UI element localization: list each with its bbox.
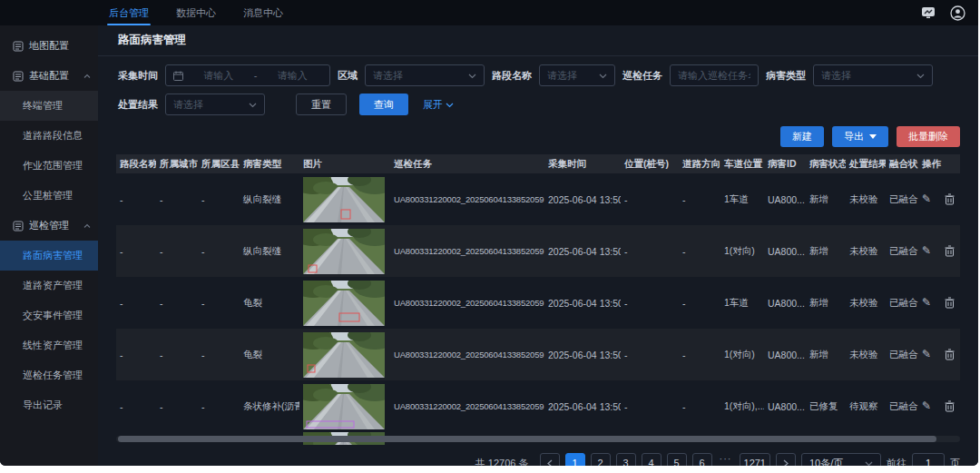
delete-icon[interactable]	[945, 400, 956, 412]
sidebar: 地图配置基础配置终端管理道路路段信息作业范围管理公里桩管理巡检管理路面病害管理道…	[0, 25, 98, 466]
next-page-button[interactable]	[776, 453, 796, 466]
cell-task: UA800331220002_20250604133852059	[390, 246, 544, 256]
cell-task: UA800331220002_20250604133852059	[390, 350, 544, 360]
cell-lane: 1(对向)	[720, 349, 764, 361]
cell-direction: -	[679, 350, 720, 360]
edit-icon[interactable]: ✎	[922, 400, 934, 412]
sidebar-item-巡检任务管理[interactable]: 巡检任务管理	[0, 360, 98, 390]
photo-cell	[299, 281, 390, 326]
delete-icon[interactable]	[945, 297, 956, 309]
edit-icon[interactable]: ✎	[922, 297, 934, 309]
sidebar-menu: 地图配置基础配置终端管理道路路段信息作业范围管理公里桩管理巡检管理路面病害管理道…	[0, 31, 98, 420]
road-name-select[interactable]: 请选择	[539, 64, 615, 86]
damage-photo[interactable]	[303, 384, 387, 429]
cell-city: -	[156, 401, 198, 412]
sidebar-item-道路资产管理[interactable]: 道路资产管理	[0, 271, 98, 301]
result-select[interactable]: 请选择	[165, 94, 265, 115]
cell-time: 2025-06-04 13:50	[544, 194, 621, 205]
cell-task: UA800331220002_20250604133852059	[390, 401, 544, 411]
cell-direction: -	[679, 194, 720, 205]
create-button[interactable]: 新建	[780, 126, 824, 147]
column-header-车道位置: 车道位置	[720, 158, 764, 171]
column-header-操作: 操作	[918, 158, 962, 171]
chevron-down-icon	[446, 101, 454, 109]
task-input[interactable]: 请输入巡检任务名称	[670, 64, 759, 86]
sidebar-item-公里桩管理[interactable]: 公里桩管理	[0, 181, 98, 211]
page-button-6[interactable]: 6	[692, 453, 712, 466]
reset-button[interactable]: 重置	[296, 94, 347, 115]
cell-fusion: 已融合	[886, 349, 918, 361]
cell-type: 龟裂	[240, 297, 299, 310]
batch-delete-button[interactable]: 批量删除	[897, 126, 960, 147]
monitor-screen-icon[interactable]	[920, 5, 936, 21]
edit-icon[interactable]: ✎	[922, 193, 934, 205]
photo-cell	[299, 177, 390, 222]
prev-page-button[interactable]	[540, 453, 560, 466]
sidebar-item-终端管理[interactable]: 终端管理	[0, 91, 98, 121]
sidebar-item-线性资产管理[interactable]: 线性资产管理	[0, 330, 98, 360]
column-header-处置结果: 处置结果	[846, 158, 886, 171]
page-ellipsis[interactable]: ···	[718, 453, 734, 466]
chevron-down-icon	[249, 101, 257, 109]
delete-icon[interactable]	[945, 349, 956, 360]
damage-photo[interactable]	[303, 177, 387, 222]
sidebar-item-label: 线性资产管理	[23, 339, 83, 352]
expand-link[interactable]: 展开	[423, 98, 454, 112]
row-actions: ✎	[918, 349, 962, 360]
sidebar-item-作业范围管理[interactable]: 作业范围管理	[0, 151, 98, 181]
page-button-3[interactable]: 3	[616, 453, 636, 466]
damage-photo[interactable]	[303, 229, 387, 274]
cell-disease_id: UA800...	[764, 298, 806, 309]
delete-icon[interactable]	[945, 245, 956, 257]
top-tab-消息中心[interactable]: 消息中心	[241, 0, 285, 25]
export-button[interactable]: 导出	[832, 126, 888, 147]
task-placeholder: 请输入巡检任务名称	[678, 69, 750, 83]
total-count: 共 12706 条	[475, 457, 529, 467]
cell-lane: 1(对向),...	[720, 400, 764, 413]
cell-county: -	[198, 401, 240, 412]
sidebar-item-基础配置[interactable]: 基础配置	[0, 61, 98, 91]
goto-page-input[interactable]	[912, 453, 945, 466]
damage-photo[interactable]	[303, 332, 387, 378]
disease-type-placeholder: 请选择	[821, 69, 851, 83]
cell-type: 龟裂	[240, 349, 299, 361]
disease-type-select[interactable]: 请选择	[813, 64, 933, 86]
cell-disease_id: UA800...	[764, 246, 806, 257]
top-tab-数据中心[interactable]: 数据中心	[174, 0, 218, 25]
page-button-4[interactable]: 4	[642, 453, 662, 466]
region-select[interactable]: 请选择	[365, 64, 485, 86]
edit-icon[interactable]: ✎	[922, 245, 934, 257]
sidebar-item-路面病害管理[interactable]: 路面病害管理	[0, 241, 98, 271]
cell-disease_id: UA800...	[764, 401, 806, 412]
page-size-select[interactable]: 10条/页	[801, 453, 881, 466]
goto-label: 前往	[887, 457, 906, 467]
user-avatar-icon[interactable]	[949, 5, 965, 21]
horizontal-scrollbar-thumb[interactable]	[118, 436, 936, 442]
cell-status: 新增	[806, 297, 846, 310]
sidebar-item-道路路段信息[interactable]: 道路路段信息	[0, 121, 98, 151]
date-separator: -	[254, 70, 258, 81]
damage-photo[interactable]	[303, 281, 387, 326]
page-button-1[interactable]: 1	[565, 453, 585, 466]
page-button-1271[interactable]: 1271	[740, 453, 770, 466]
top-tab-后台管理[interactable]: 后台管理	[107, 0, 151, 25]
sidebar-item-地图配置[interactable]: 地图配置	[0, 31, 98, 61]
date-range-input[interactable]: 请输入 - 请输入	[165, 64, 330, 86]
sidebar-item-导出记录[interactable]: 导出记录	[0, 390, 98, 420]
edit-icon[interactable]: ✎	[922, 349, 934, 360]
delete-icon[interactable]	[945, 193, 956, 205]
cell-position: -	[621, 298, 679, 309]
sidebar-item-巡检管理[interactable]: 巡检管理	[0, 211, 98, 241]
column-header-采集时间: 采集时间	[544, 158, 621, 171]
cell-road: -	[116, 350, 156, 360]
search-button[interactable]: 查询	[359, 94, 408, 115]
page-buttons: 123456···1271	[565, 453, 770, 466]
column-header-位置(桩号): 位置(桩号)	[621, 158, 679, 171]
page-button-5[interactable]: 5	[667, 453, 687, 466]
cell-position: -	[621, 246, 679, 257]
filter-row-2: 处置结果 请选择 重置 查询 展开	[111, 94, 965, 115]
sidebar-item-label: 作业范围管理	[23, 159, 83, 172]
sidebar-item-交安事件管理[interactable]: 交安事件管理	[0, 301, 98, 330]
column-header-巡检任务: 巡检任务	[390, 158, 544, 171]
page-button-2[interactable]: 2	[591, 453, 611, 466]
